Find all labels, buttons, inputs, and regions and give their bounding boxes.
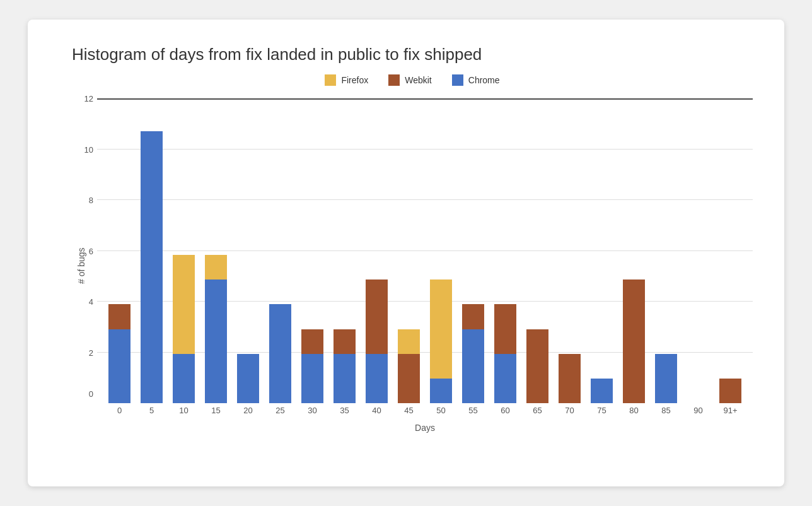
- x-tick-15: 15: [200, 406, 232, 415]
- bar-firefox-45: [398, 329, 420, 354]
- bar-group-85: [650, 98, 682, 403]
- bar-group-65: [521, 98, 554, 403]
- bar-group-55: [457, 98, 489, 403]
- grid-and-bars: 246810120: [97, 98, 753, 403]
- x-tick-65: 65: [521, 406, 554, 415]
- bar-chrome-15: [205, 279, 228, 403]
- bar-chrome-5: [141, 131, 163, 403]
- bar-group-40: [361, 98, 393, 403]
- x-tick-45: 45: [393, 406, 425, 415]
- bar-chrome-40: [366, 354, 388, 403]
- legend-color-chrome: [452, 74, 463, 86]
- x-tick-30: 30: [296, 406, 328, 415]
- x-tick-10: 10: [168, 406, 200, 415]
- bar-group-0: [103, 98, 136, 403]
- bar-group-60: [489, 98, 521, 403]
- chart-container: Histogram of days from fix landed in pub…: [28, 20, 784, 486]
- bar-webkit-60: [494, 304, 517, 353]
- x-tick-40: 40: [361, 406, 393, 415]
- x-tick-5: 5: [136, 406, 168, 415]
- bar-firefox-15: [205, 255, 228, 279]
- bar-group-30: [296, 98, 328, 403]
- bar-stack-15: [205, 255, 228, 403]
- bar-webkit-35: [334, 329, 356, 354]
- x-tick-91+: 91+: [714, 406, 746, 415]
- bar-webkit-40: [366, 279, 388, 354]
- bar-webkit-91+: [719, 379, 742, 403]
- bar-stack-40: [366, 279, 388, 403]
- legend-item-firefox: Firefox: [325, 74, 368, 86]
- bar-chrome-85: [655, 354, 678, 403]
- y-tick-10: 10: [84, 144, 93, 154]
- x-tick-20: 20: [232, 406, 264, 415]
- legend-item-chrome: Chrome: [452, 74, 500, 86]
- chart-area: # of bugs 246810120 05101520253035404550…: [72, 98, 753, 433]
- x-tick-80: 80: [618, 406, 650, 415]
- bar-webkit-55: [462, 304, 485, 329]
- bar-stack-50: [430, 279, 453, 403]
- x-tick-90: 90: [682, 406, 714, 415]
- bar-firefox-10: [173, 255, 195, 354]
- y-tick-8: 8: [89, 196, 93, 205]
- legend-item-webkit: Webkit: [388, 74, 432, 86]
- legend-label-firefox: Firefox: [341, 75, 368, 85]
- bar-webkit-65: [526, 329, 549, 404]
- chart-title: Histogram of days from fix landed in pub…: [72, 45, 753, 64]
- bar-group-80: [618, 98, 650, 403]
- x-tick-75: 75: [586, 406, 618, 415]
- bar-chrome-0: [108, 329, 131, 404]
- x-tick-55: 55: [457, 406, 489, 415]
- bar-stack-60: [494, 304, 517, 403]
- bar-webkit-70: [559, 354, 581, 403]
- chart-legend: FirefoxWebkitChrome: [72, 74, 753, 86]
- bar-stack-65: [526, 329, 549, 404]
- legend-label-chrome: Chrome: [468, 75, 500, 85]
- bar-stack-91+: [719, 379, 742, 403]
- y-tick-12: 12: [84, 94, 93, 103]
- y-tick-4: 4: [89, 297, 93, 307]
- bar-chrome-75: [591, 379, 613, 403]
- bar-group-25: [264, 98, 296, 403]
- bar-group-35: [328, 98, 361, 403]
- bar-chrome-55: [462, 329, 485, 404]
- bar-chrome-60: [494, 354, 517, 403]
- bar-group-91+: [714, 98, 746, 403]
- x-tick-25: 25: [264, 406, 296, 415]
- x-tick-50: 50: [425, 406, 457, 415]
- bar-webkit-80: [623, 279, 646, 403]
- bar-group-90: [682, 98, 714, 403]
- legend-label-webkit: Webkit: [405, 75, 432, 85]
- bar-stack-10: [173, 255, 195, 403]
- bars-row: [97, 98, 753, 403]
- bar-stack-25: [269, 304, 292, 403]
- bar-stack-30: [301, 329, 324, 403]
- x-tick-70: 70: [554, 406, 586, 415]
- bar-stack-45: [398, 329, 420, 403]
- x-tick-0: 0: [103, 406, 136, 415]
- bar-stack-20: [237, 354, 260, 403]
- bar-webkit-30: [301, 329, 324, 354]
- bar-stack-35: [334, 329, 356, 403]
- bar-stack-70: [559, 354, 581, 403]
- y-tick-6: 6: [89, 246, 93, 256]
- bar-firefox-50: [430, 279, 453, 379]
- bar-chrome-35: [334, 354, 356, 403]
- bar-group-20: [232, 98, 264, 403]
- bar-stack-5: [141, 131, 163, 403]
- y-tick-0: 0: [89, 389, 93, 399]
- chart-inner: 246810120 051015202530354045505560657075…: [97, 98, 753, 433]
- bar-group-15: [200, 98, 232, 403]
- x-tick-35: 35: [328, 406, 361, 415]
- bar-webkit-45: [398, 354, 420, 403]
- bar-stack-80: [623, 279, 646, 403]
- bar-stack-0: [108, 304, 131, 403]
- bar-stack-55: [462, 304, 485, 403]
- legend-color-webkit: [388, 74, 400, 86]
- bar-group-70: [554, 98, 586, 403]
- bar-chrome-30: [301, 354, 324, 403]
- bar-stack-85: [655, 354, 678, 403]
- bar-stack-75: [591, 379, 613, 403]
- bar-chrome-50: [430, 379, 453, 403]
- bar-group-5: [136, 98, 168, 403]
- x-axis: 05101520253035404550556065707580859091+: [97, 406, 753, 415]
